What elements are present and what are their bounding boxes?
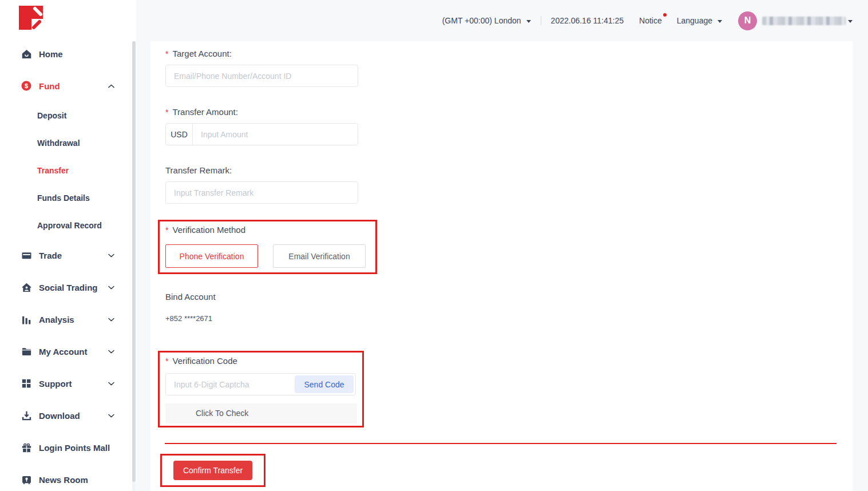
- sidebar-item-news-room[interactable]: News Room: [0, 464, 136, 491]
- news-room-icon: [21, 474, 31, 485]
- sidebar-item-label: Download: [39, 411, 80, 421]
- sidebar-item-label: Trade: [39, 251, 62, 260]
- sidebar-item-label: Funds Details: [37, 193, 90, 203]
- sidebar-item-approval-record[interactable]: Approval Record: [0, 212, 136, 239]
- chevron-down-icon: [108, 254, 114, 258]
- svg-text:$: $: [25, 82, 28, 89]
- support-grid-icon: [21, 378, 31, 389]
- transfer-remark-label: Transfer Remark:: [165, 165, 232, 175]
- target-account-label: *Target Account:: [165, 49, 232, 58]
- timezone-label: (GMT +00:00) London: [442, 16, 521, 25]
- sidebar-item-support[interactable]: Support: [0, 367, 136, 399]
- analysis-bars-icon: [21, 314, 31, 324]
- sidebar-item-analysis[interactable]: Analysis: [0, 303, 136, 335]
- verification-code-label: *Verification Code: [165, 356, 237, 366]
- required-asterisk: *: [165, 225, 168, 235]
- verification-method-label: *Verification Method: [165, 225, 245, 235]
- sidebar-item-home[interactable]: Home: [0, 38, 136, 70]
- social-trading-house-icon: [21, 282, 31, 292]
- user-avatar[interactable]: N: [738, 11, 757, 30]
- topbar: (GMT +00:00) London 2022.06.16 11:41:25 …: [136, 0, 868, 41]
- transfer-remark-input[interactable]: [165, 181, 358, 204]
- sidebar-item-fund[interactable]: $ Fund: [0, 70, 136, 102]
- sidebar-item-trade[interactable]: Trade: [0, 239, 136, 271]
- brand-logo-icon[interactable]: [19, 6, 46, 31]
- sidebar-item-label: Login Points Mall: [39, 443, 110, 453]
- gift-icon: [21, 442, 31, 453]
- bind-account-label: Bind Account: [165, 292, 216, 302]
- annotation-box-verification-method: *Verification Method Phone Verification …: [158, 220, 377, 274]
- send-code-button[interactable]: Send Code: [295, 375, 354, 393]
- sidebar-item-withdrawal[interactable]: Withdrawal: [0, 129, 136, 157]
- transfer-amount-group: USD: [165, 123, 358, 145]
- chevron-down-icon: [108, 414, 114, 418]
- required-asterisk: *: [165, 357, 168, 366]
- trade-card-icon: [21, 250, 31, 260]
- sidebar-item-label: Deposit: [37, 111, 66, 120]
- user-name-redacted[interactable]: [762, 17, 846, 25]
- sidebar-item-deposit[interactable]: Deposit: [0, 102, 136, 129]
- sidebar-item-label: Home: [39, 49, 63, 59]
- form-divider: [165, 443, 837, 444]
- annotation-box-confirm-transfer: Confirm Transfer: [160, 454, 265, 487]
- captcha-click-to-check[interactable]: Click To Check: [165, 403, 357, 423]
- sidebar-item-label: Analysis: [39, 315, 74, 324]
- fund-dollar-icon: $: [21, 81, 31, 91]
- transfer-form: *Target Account: *Transfer Amount: USD T…: [150, 41, 853, 491]
- chevron-down-icon: [526, 20, 531, 23]
- avatar-initial: N: [744, 15, 751, 26]
- confirm-transfer-button[interactable]: Confirm Transfer: [173, 461, 252, 480]
- sidebar-item-label: Social Trading: [39, 283, 98, 292]
- verification-method-options: Phone Verification Email Verification: [165, 244, 366, 268]
- verification-code-input[interactable]: [166, 374, 291, 395]
- target-account-input[interactable]: [165, 65, 358, 87]
- email-verification-button[interactable]: Email Verification: [273, 244, 366, 268]
- sidebar: Home $ Fund Deposit Withdrawal Transfer …: [0, 0, 136, 491]
- server-datetime: 2022.06.16 11:41:25: [551, 16, 624, 25]
- my-account-folder-icon: [21, 346, 31, 357]
- sidebar-item-download[interactable]: Download: [0, 399, 136, 431]
- timezone-selector[interactable]: (GMT +00:00) London: [442, 16, 531, 25]
- chevron-up-icon: [108, 84, 114, 88]
- download-icon: [21, 410, 31, 421]
- sidebar-item-label: News Room: [39, 475, 88, 485]
- sidebar-item-label: Transfer: [37, 166, 69, 175]
- sidebar-item-label: Withdrawal: [37, 138, 80, 148]
- required-asterisk: *: [165, 108, 168, 117]
- sidebar-item-my-account[interactable]: My Account: [0, 335, 136, 367]
- chevron-down-icon: [108, 382, 114, 386]
- topbar-divider: [541, 16, 541, 25]
- notice-link[interactable]: Notice: [639, 16, 662, 25]
- chevron-down-icon[interactable]: [848, 20, 853, 23]
- notice-unread-dot-icon: [663, 13, 667, 17]
- language-label: Language: [677, 16, 712, 25]
- required-asterisk: *: [165, 49, 168, 58]
- sidebar-item-social-trading[interactable]: Social Trading: [0, 271, 136, 303]
- transfer-amount-label: *Transfer Amount:: [165, 107, 238, 117]
- sidebar-item-funds-details[interactable]: Funds Details: [0, 184, 136, 212]
- bind-account-value: +852 ****2671: [165, 314, 212, 323]
- chevron-down-icon: [718, 20, 722, 23]
- language-selector[interactable]: Language: [677, 16, 722, 25]
- notice-label: Notice: [639, 16, 662, 25]
- home-icon: [21, 49, 31, 59]
- currency-prefix: USD: [166, 124, 193, 145]
- sidebar-item-login-points-mall[interactable]: Login Points Mall: [0, 431, 136, 464]
- sidebar-item-label: Approval Record: [37, 221, 102, 230]
- transfer-amount-input[interactable]: [193, 124, 358, 145]
- sidebar-scrollbar-thumb[interactable]: [132, 41, 136, 482]
- sidebar-item-transfer[interactable]: Transfer: [0, 157, 136, 184]
- sidebar-item-label: My Account: [39, 347, 87, 357]
- chevron-down-icon: [108, 286, 114, 290]
- annotation-box-verification-code: *Verification Code Send Code Click To Ch…: [158, 351, 364, 427]
- sidebar-nav: Home $ Fund Deposit Withdrawal Transfer …: [0, 38, 136, 491]
- sidebar-item-label: Support: [39, 379, 72, 389]
- sidebar-item-label: Fund: [39, 81, 60, 91]
- chevron-down-icon: [108, 350, 114, 354]
- verification-code-row: Send Code: [165, 373, 356, 395]
- chevron-down-icon: [108, 318, 114, 322]
- phone-verification-button[interactable]: Phone Verification: [165, 244, 258, 268]
